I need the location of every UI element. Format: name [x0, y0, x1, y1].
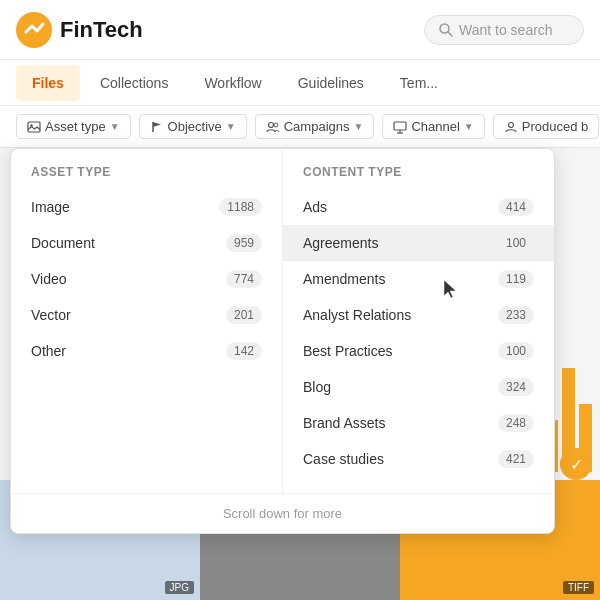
topbar: FinTech Want to search [0, 0, 600, 60]
check-icon: ✓ [560, 448, 592, 480]
filter-bar: Asset type ▼ Objective ▼ Campaigns ▼ Cha… [0, 106, 600, 148]
tab-guidelines[interactable]: Guidelines [282, 65, 380, 101]
filter-produced-by[interactable]: Produced b [493, 114, 600, 139]
asset-type-header: Asset type [11, 165, 282, 189]
asset-item-other-label: Other [31, 343, 66, 359]
asset-item-image-label: Image [31, 199, 70, 215]
tab-collections[interactable]: Collections [84, 65, 184, 101]
content-item-best-practices-count: 100 [498, 342, 534, 360]
content-item-agreements-label: Agreements [303, 235, 378, 251]
asset-item-other[interactable]: Other 142 [11, 333, 282, 369]
asset-item-image-count: 1188 [219, 198, 262, 216]
asset-type-chevron-icon: ▼ [110, 121, 120, 132]
content-item-agreements-count: 100 [498, 234, 534, 252]
filter-campaigns[interactable]: Campaigns ▼ [255, 114, 375, 139]
flag-icon [150, 120, 164, 134]
tab-templates[interactable]: Tem... [384, 65, 454, 101]
content-item-case-studies[interactable]: Case studies 421 [283, 441, 554, 477]
content-item-brand-assets-label: Brand Assets [303, 415, 386, 431]
monitor-icon [393, 120, 407, 134]
channel-label: Channel [411, 119, 459, 134]
tab-workflow[interactable]: Workflow [188, 65, 277, 101]
svg-rect-8 [394, 122, 406, 130]
content-item-amendments-label: Amendments [303, 271, 385, 287]
nav-tabs: Files Collections Workflow Guidelines Te… [0, 60, 600, 106]
people-icon [266, 120, 280, 134]
content-item-ads-label: Ads [303, 199, 327, 215]
asset-item-document-label: Document [31, 235, 95, 251]
content-item-brand-assets-count: 248 [498, 414, 534, 432]
content-item-ads-count: 414 [498, 198, 534, 216]
content-item-blog[interactable]: Blog 324 [283, 369, 554, 405]
content-item-amendments-count: 119 [498, 270, 534, 288]
logo-area: FinTech [16, 12, 143, 48]
content-item-analyst-relations[interactable]: Analyst Relations 233 [283, 297, 554, 333]
content-item-agreements[interactable]: Agreements 100 [283, 225, 554, 261]
asset-item-image[interactable]: Image 1188 [11, 189, 282, 225]
content-item-blog-label: Blog [303, 379, 331, 395]
tab-files[interactable]: Files [16, 65, 80, 101]
asset-item-vector[interactable]: Vector 201 [11, 297, 282, 333]
asset-item-video[interactable]: Video 774 [11, 261, 282, 297]
svg-rect-3 [28, 122, 40, 132]
asset-item-document[interactable]: Document 959 [11, 225, 282, 261]
objective-chevron-icon: ▼ [226, 121, 236, 132]
content-item-analyst-relations-label: Analyst Relations [303, 307, 411, 323]
person-icon [504, 120, 518, 134]
objective-label: Objective [168, 119, 222, 134]
filter-channel[interactable]: Channel ▼ [382, 114, 484, 139]
asset-item-video-label: Video [31, 271, 67, 287]
dropdown-columns: Asset type Image 1188 Document 959 Video… [11, 149, 554, 493]
asset-item-other-count: 142 [226, 342, 262, 360]
content-item-best-practices-label: Best Practices [303, 343, 392, 359]
campaigns-chevron-icon: ▼ [353, 121, 363, 132]
thumb1-label: JPG [165, 581, 194, 594]
image-icon [27, 120, 41, 134]
content-type-column: Content type Ads 414 Agreements 100 Amen… [283, 149, 554, 493]
search-icon [439, 23, 453, 37]
dropdown-panel: Asset type Image 1188 Document 959 Video… [10, 148, 555, 534]
logo-text: FinTech [60, 17, 143, 43]
asset-type-label: Asset type [45, 119, 106, 134]
content-item-brand-assets[interactable]: Brand Assets 248 [283, 405, 554, 441]
svg-point-6 [268, 122, 273, 127]
content-item-case-studies-label: Case studies [303, 451, 384, 467]
scroll-more-label: Scroll down for more [11, 493, 554, 533]
campaigns-label: Campaigns [284, 119, 350, 134]
content-item-ads[interactable]: Ads 414 [283, 189, 554, 225]
asset-type-column: Asset type Image 1188 Document 959 Video… [11, 149, 283, 493]
produced-by-label: Produced b [522, 119, 589, 134]
filter-asset-type[interactable]: Asset type ▼ [16, 114, 131, 139]
content-item-best-practices[interactable]: Best Practices 100 [283, 333, 554, 369]
fintech-logo-icon [16, 12, 52, 48]
channel-chevron-icon: ▼ [464, 121, 474, 132]
asset-item-document-count: 959 [226, 234, 262, 252]
content-item-blog-count: 324 [498, 378, 534, 396]
content-item-case-studies-count: 421 [498, 450, 534, 468]
svg-point-7 [274, 123, 278, 127]
svg-point-11 [508, 122, 513, 127]
asset-item-video-count: 774 [226, 270, 262, 288]
asset-item-vector-count: 201 [226, 306, 262, 324]
search-box[interactable]: Want to search [424, 15, 584, 45]
search-placeholder-text: Want to search [459, 22, 553, 38]
asset-item-vector-label: Vector [31, 307, 71, 323]
thumb3-label: TIFF [563, 581, 594, 594]
content-item-analyst-relations-count: 233 [498, 306, 534, 324]
filter-objective[interactable]: Objective ▼ [139, 114, 247, 139]
svg-line-2 [448, 32, 452, 36]
content-item-amendments[interactable]: Amendments 119 [283, 261, 554, 297]
content-type-header: Content type [283, 165, 554, 189]
